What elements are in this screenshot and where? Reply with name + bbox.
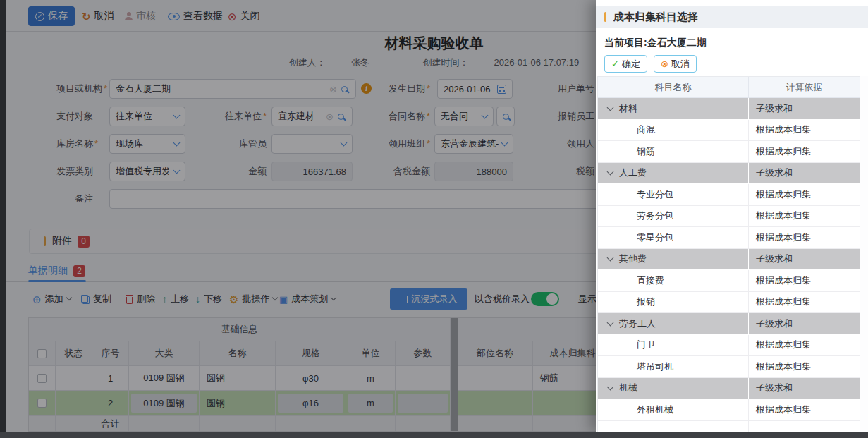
subject-name: 其他费 xyxy=(619,253,647,265)
subject-table: 科目名称 计算依据 材料子级求和商混根据成本归集钢筋根据成本归集人工费子级求和专… xyxy=(597,76,860,432)
subject-basis-cell: 根据成本归集 xyxy=(749,292,860,314)
subject-name-cell: 其他费 xyxy=(598,249,749,271)
subject-name-cell: 零星分包 xyxy=(598,227,749,249)
subject-name-cell: 外租机械 xyxy=(598,399,749,421)
subject-row[interactable]: 门卫根据成本归集 xyxy=(598,335,860,357)
subject-basis-cell: 子级求和 xyxy=(749,378,860,400)
subject-row[interactable]: 外租机械根据成本归集 xyxy=(598,399,860,421)
subject-name: 商混 xyxy=(637,123,655,136)
panel-scrollbar[interactable] xyxy=(860,76,868,432)
dialog-title: 成本归集科目选择 xyxy=(613,11,698,24)
subject-basis-cell: 根据成本归集 xyxy=(749,270,860,292)
collapse-icon[interactable] xyxy=(607,104,614,111)
subject-name: 机械 xyxy=(619,382,637,394)
collapse-icon[interactable] xyxy=(607,169,614,176)
subject-name: 钢筋 xyxy=(637,145,655,158)
subject-row[interactable]: 塔吊司机根据成本归集 xyxy=(598,356,860,378)
collapse-icon[interactable] xyxy=(607,384,614,391)
cancel-circle-icon: ⊗ xyxy=(661,59,668,68)
subject-name: 报销 xyxy=(637,296,655,308)
subject-row[interactable]: 专业分包根据成本归集 xyxy=(598,184,860,206)
subject-basis-cell: 根据成本归集 xyxy=(749,356,860,378)
subject-basis-cell: 子级求和 xyxy=(749,98,860,120)
dialog-header: 成本归集科目选择 xyxy=(596,6,868,28)
subject-row[interactable]: 人工费子级求和 xyxy=(598,163,860,185)
subject-name: 直接费 xyxy=(637,274,664,287)
dialog-cancel-button[interactable]: ⊗ 取消 xyxy=(654,55,697,73)
subject-basis-cell xyxy=(749,421,860,432)
subject-row[interactable]: 直接费根据成本归集 xyxy=(598,270,860,292)
subject-name: 劳务工人 xyxy=(619,317,656,330)
subject-name: 材料 xyxy=(619,102,637,115)
subject-name-cell: 劳务分包 xyxy=(598,206,749,228)
subject-row[interactable]: 机械子级求和 xyxy=(598,378,860,400)
confirm-label: 确定 xyxy=(622,58,640,71)
subject-basis-cell: 子级求和 xyxy=(749,249,860,271)
subject-name: 塔吊司机 xyxy=(637,360,673,373)
subject-row[interactable]: 商混根据成本归集 xyxy=(598,120,860,142)
subject-name-cell xyxy=(598,421,749,432)
subject-row[interactable]: 劳务工人子级求和 xyxy=(598,313,860,335)
subject-name: 零星分包 xyxy=(637,231,673,244)
subject-name: 门卫 xyxy=(637,339,655,351)
subject-basis-cell: 子级求和 xyxy=(749,313,860,335)
app-screen: ✓ 保存 ↻ 取消 审核 查看数据 ⊗ 关闭 材料采购验收单 创建人：张冬 创建… xyxy=(0,0,868,438)
cost-subject-dialog: 成本归集科目选择 当前项目:金石大厦二期 ✓ 确定 ⊗ 取消 科目名称 计算依据… xyxy=(596,0,868,432)
check-icon: ✓ xyxy=(611,59,619,68)
subject-basis-cell: 根据成本归集 xyxy=(749,184,860,206)
subject-name-cell: 材料 xyxy=(598,98,749,120)
subject-basis-cell: 根据成本归集 xyxy=(749,141,860,163)
subject-basis-cell: 根据成本归集 xyxy=(749,120,860,142)
bottom-edge-bar xyxy=(0,432,868,438)
subject-basis-cell: 根据成本归集 xyxy=(749,227,860,249)
current-project: 当前项目:金石大厦二期 xyxy=(604,37,707,49)
collapse-icon[interactable] xyxy=(607,255,614,262)
subject-name: 专业分包 xyxy=(637,188,673,201)
subject-name-cell: 劳务工人 xyxy=(598,313,749,335)
subject-name-cell: 报销 xyxy=(598,292,749,314)
subject-row[interactable]: 钢筋根据成本归集 xyxy=(598,141,860,163)
subject-name-cell: 专业分包 xyxy=(598,184,749,206)
modal-mask[interactable] xyxy=(0,0,596,432)
subject-name-cell: 机械 xyxy=(598,378,749,400)
subject-name: 劳务分包 xyxy=(637,209,673,222)
subject-name-cell: 商混 xyxy=(598,120,749,142)
subject-row[interactable]: 零星分包根据成本归集 xyxy=(598,227,860,249)
subject-row[interactable]: 材料子级求和 xyxy=(598,98,860,120)
confirm-button[interactable]: ✓ 确定 xyxy=(604,55,647,73)
subject-name: 人工费 xyxy=(619,166,647,179)
subject-table-header: 科目名称 计算依据 xyxy=(598,77,860,98)
subject-row[interactable]: 劳务分包根据成本归集 xyxy=(598,206,860,228)
subject-basis-cell: 根据成本归集 xyxy=(749,399,860,421)
col-calc-basis: 计算依据 xyxy=(749,77,860,97)
subject-basis-cell: 根据成本归集 xyxy=(749,335,860,357)
dialog-cancel-label: 取消 xyxy=(671,58,690,71)
subject-name: 外租机械 xyxy=(637,403,673,416)
subject-table-body: 材料子级求和商混根据成本归集钢筋根据成本归集人工费子级求和专业分包根据成本归集劳… xyxy=(598,98,860,432)
subject-row[interactable]: 报销根据成本归集 xyxy=(598,292,860,314)
subject-name-cell: 人工费 xyxy=(598,163,749,185)
subject-name-cell: 塔吊司机 xyxy=(598,356,749,378)
subject-row-partial xyxy=(598,421,860,432)
subject-name-cell: 钢筋 xyxy=(598,141,749,163)
col-subject-name: 科目名称 xyxy=(598,77,749,97)
subject-row[interactable]: 其他费子级求和 xyxy=(598,249,860,271)
collapse-icon[interactable] xyxy=(607,319,614,326)
subject-basis-cell: 根据成本归集 xyxy=(749,206,860,228)
subject-name-cell: 门卫 xyxy=(598,335,749,357)
subject-name-cell: 直接费 xyxy=(598,270,749,292)
section-accent-bar xyxy=(604,12,606,22)
subject-basis-cell: 子级求和 xyxy=(749,163,860,185)
